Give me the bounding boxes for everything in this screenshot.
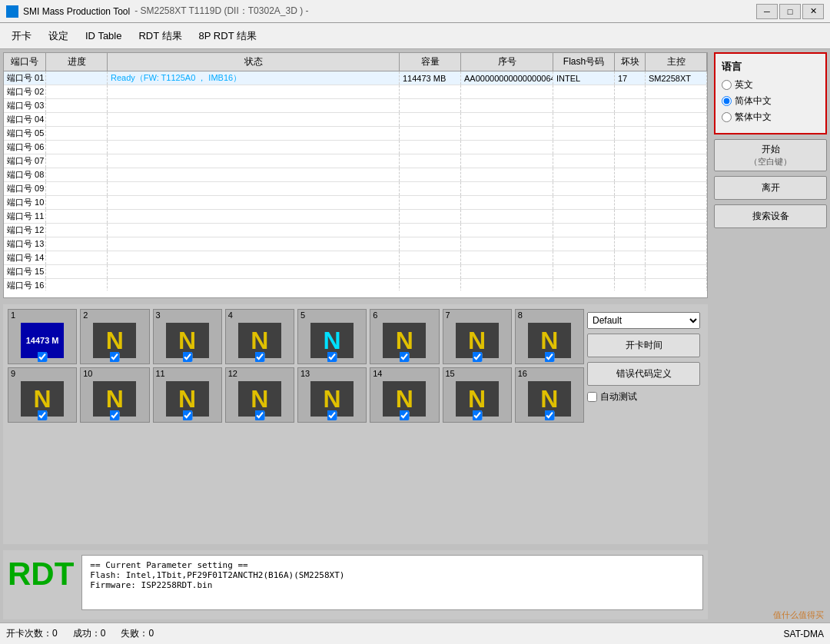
table-cell	[461, 265, 553, 278]
error-def-button[interactable]: 错误代码定义	[587, 362, 700, 386]
start-button[interactable]: 开始 （空白键）	[714, 139, 827, 171]
table-row[interactable]: 端口号 07	[4, 154, 707, 168]
table-cell	[553, 265, 615, 278]
language-box: 语言 英文 简体中文 繁体中文	[714, 52, 827, 134]
slot-checkbox[interactable]	[472, 352, 482, 362]
table-cell	[615, 265, 646, 278]
search-device-button[interactable]: 搜索设备	[714, 204, 827, 228]
slot-checkbox[interactable]	[400, 410, 410, 420]
th-bad: 坏块	[615, 53, 646, 71]
exit-button[interactable]: 离开	[714, 176, 827, 200]
table-row[interactable]: 端口号 08	[4, 168, 707, 182]
slot-checkbox[interactable]	[182, 410, 192, 420]
lang-option-english[interactable]: 英文	[722, 78, 819, 91]
open-time-button[interactable]: 开卡时间	[587, 334, 700, 357]
lang-radio-english[interactable]	[722, 80, 732, 90]
table-row[interactable]: 端口号 09	[4, 182, 707, 196]
slot-checkbox[interactable]	[544, 352, 554, 362]
slot-checkbox[interactable]	[327, 352, 337, 362]
slot-cell[interactable]: 10N	[80, 367, 149, 423]
slot-checkbox[interactable]	[38, 352, 48, 362]
slot-checkbox[interactable]	[110, 352, 120, 362]
maximize-button[interactable]: □	[779, 4, 801, 19]
table-row[interactable]: 端口号 11	[4, 210, 707, 224]
menu-item-id-table[interactable]: ID Table	[77, 25, 130, 47]
rdt-line1: == Current Parameter setting ==	[90, 560, 695, 570]
menu-item-8p-rdt[interactable]: 8P RDT 结果	[191, 25, 265, 47]
slot-checkbox[interactable]	[254, 352, 264, 362]
slot-grids-area: 114473 M2N3N4N5N6N7N8N 9N10N11N12N13N14N…	[8, 309, 584, 426]
table-row[interactable]: 端口号 12	[4, 224, 707, 237]
slot-cell[interactable]: 11N	[153, 367, 222, 423]
slot-cell[interactable]: 15N	[443, 367, 512, 423]
table-cell	[461, 279, 553, 290]
menu-item-open[interactable]: 开卡	[3, 25, 40, 47]
slot-checkbox[interactable]	[544, 410, 554, 420]
slot-cell[interactable]: 16N	[515, 367, 584, 423]
slot-checkbox[interactable]	[182, 352, 192, 362]
table-row[interactable]: 端口号 06	[4, 141, 707, 154]
slot-checkbox[interactable]	[110, 410, 120, 420]
table-cell	[615, 85, 646, 98]
slot-cell[interactable]: 14N	[370, 367, 439, 423]
lang-option-simplified[interactable]: 简体中文	[722, 95, 819, 108]
th-master: 主控	[646, 53, 707, 71]
table-row[interactable]: 端口号 02	[4, 85, 707, 99]
slot-cell[interactable]: 114473 M	[8, 309, 77, 364]
table-row[interactable]: 端口号 14	[4, 251, 707, 265]
table-row[interactable]: 端口号 04	[4, 113, 707, 127]
profile-dropdown[interactable]: Default	[587, 312, 700, 329]
slot-cell[interactable]: 6N	[370, 309, 439, 364]
slot-cell[interactable]: 5N	[297, 309, 367, 364]
slot-checkbox[interactable]	[400, 352, 410, 362]
table-cell: 端口号 08	[4, 168, 46, 181]
table-cell	[646, 196, 707, 209]
slot-cell[interactable]: 9N	[8, 367, 77, 423]
slot-checkbox[interactable]	[38, 410, 48, 420]
table-row[interactable]: 端口号 13	[4, 237, 707, 251]
menu-item-rdt-result[interactable]: RDT 结果	[130, 25, 190, 47]
th-portno: 端口号	[4, 53, 46, 71]
table-cell: 端口号 06	[4, 141, 46, 154]
lang-radio-traditional[interactable]	[722, 112, 732, 122]
port-table: 端口号 进度 状态 容量 序号 Flash号码 坏块 主控 端口号 01Read…	[3, 52, 708, 298]
slot-number: 14	[373, 369, 382, 378]
lang-radio-simplified[interactable]	[722, 96, 732, 106]
slot-cell[interactable]: 2N	[80, 309, 149, 364]
table-cell	[553, 196, 615, 209]
table-cell	[46, 251, 108, 264]
slot-cell[interactable]: 13N	[297, 367, 367, 423]
table-row[interactable]: 端口号 03	[4, 99, 707, 113]
slot-checkbox[interactable]	[472, 410, 482, 420]
slot-cell[interactable]: 3N	[153, 309, 222, 364]
slot-checkbox[interactable]	[254, 410, 264, 420]
table-cell: 端口号 13	[4, 237, 46, 251]
table-cell	[400, 251, 461, 264]
table-row[interactable]: 端口号 15	[4, 265, 707, 279]
slot-cell[interactable]: 7N	[443, 309, 512, 364]
table-row[interactable]: 端口号 01Ready（FW: T1125A0 ， IMB16）114473 M…	[4, 71, 707, 85]
table-row[interactable]: 端口号 16	[4, 279, 707, 290]
lang-option-traditional[interactable]: 繁体中文	[722, 111, 819, 124]
slot-cell[interactable]: 4N	[225, 309, 294, 364]
dropdown-row: Default	[587, 312, 700, 329]
auto-test-checkbox[interactable]	[587, 392, 597, 402]
status-bar: 开卡次数：0 成功：0 失败：0 SAT-DMA	[0, 622, 830, 644]
close-button[interactable]: ✕	[802, 4, 824, 19]
table-row[interactable]: 端口号 05	[4, 127, 707, 141]
table-row[interactable]: 端口号 10	[4, 196, 707, 210]
slot-cell[interactable]: 8N	[515, 309, 584, 364]
slot-cell[interactable]: 12N	[225, 367, 294, 423]
table-cell	[646, 224, 707, 237]
slot-number: 3	[156, 310, 161, 320]
minimize-button[interactable]: ─	[756, 4, 778, 19]
table-cell	[615, 99, 646, 112]
slot-checkbox[interactable]	[327, 410, 337, 420]
slot-number: 12	[228, 369, 237, 378]
menu-item-settings[interactable]: 设定	[40, 25, 77, 47]
table-cell	[615, 279, 646, 290]
success-label: 成功：0	[73, 627, 106, 640]
table-cell: 端口号 03	[4, 99, 46, 112]
table-cell	[615, 141, 646, 154]
slot-area-wrapper: 114473 M2N3N4N5N6N7N8N 9N10N11N12N13N14N…	[8, 309, 703, 426]
